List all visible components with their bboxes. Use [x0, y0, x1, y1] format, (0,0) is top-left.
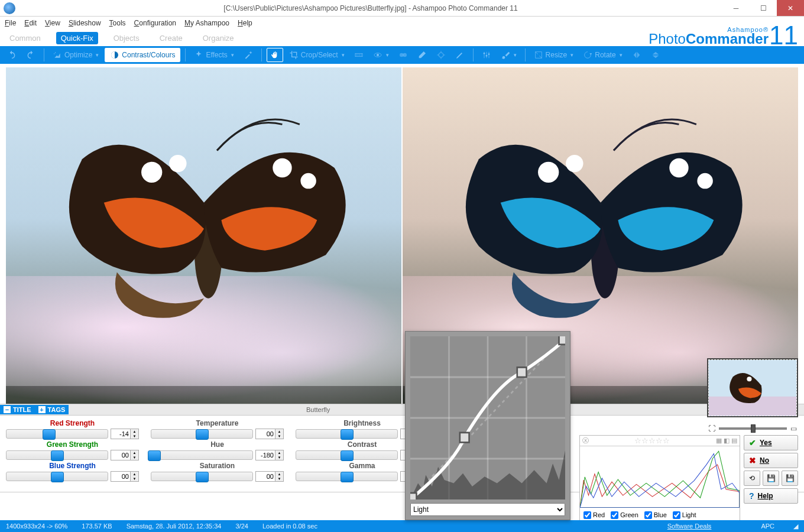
slider-value-input[interactable] [255, 450, 275, 460]
apply-yes-button[interactable]: ✔Yes [744, 435, 798, 450]
close-button[interactable]: ✕ [777, 0, 804, 16]
help-button[interactable]: ?Help [744, 488, 798, 504]
slider-track[interactable] [6, 429, 108, 439]
status-loadtime: Loaded in 0.08 sec [262, 523, 317, 530]
menu-help[interactable]: Help [238, 19, 252, 27]
slider-track[interactable] [6, 450, 108, 460]
brush-icon[interactable]: ▾ [497, 48, 520, 62]
histogram-blue-checkbox[interactable]: Blue [644, 511, 667, 519]
redeye-icon[interactable]: ▾ [369, 48, 393, 62]
svg-point-0 [55, 52, 56, 53]
svg-point-1 [54, 53, 54, 54]
slider-track[interactable] [151, 450, 253, 460]
flip-h-icon[interactable] [628, 48, 645, 62]
resize-button[interactable]: Resize▾ [530, 48, 578, 62]
eraser-icon[interactable] [414, 48, 430, 62]
spinner-buttons[interactable]: ▲▼ [275, 450, 284, 460]
spinner-buttons[interactable]: ▲▼ [275, 471, 284, 482]
histogram-green-checkbox[interactable]: Green [611, 511, 638, 519]
effects-button[interactable]: Effects▾ [190, 48, 237, 62]
slider-label: Contrast [348, 440, 377, 449]
menu-tools[interactable]: Tools [109, 19, 126, 27]
brand-logo: Ashampoo® PhotoCommander 11 [649, 26, 797, 45]
maximize-button[interactable]: ☐ [750, 0, 777, 16]
tab-objects[interactable]: Objects [109, 32, 144, 44]
crop-select-button[interactable]: Crop/Select▾ [286, 48, 348, 62]
slider-track[interactable] [6, 472, 108, 481]
navigator-thumbnail[interactable] [708, 359, 797, 416]
svg-point-14 [169, 155, 186, 172]
statusbar: 1400x933x24 -> 60% 173.57 KB Samstag, 28… [0, 520, 804, 532]
slider-value-input[interactable] [111, 471, 131, 482]
histogram-settings-icon[interactable]: ▦ ◧ ▤ [716, 437, 737, 445]
blur-icon[interactable] [395, 48, 411, 62]
menu-my-ashampoo[interactable]: My Ashampoo [184, 19, 229, 27]
status-apc: APC [761, 523, 774, 530]
slider-track[interactable] [151, 429, 253, 439]
svg-point-9 [483, 53, 485, 54]
spinner-buttons[interactable]: ▲▼ [131, 450, 139, 460]
magic-wand-icon[interactable] [240, 48, 257, 62]
slider-track[interactable] [151, 472, 253, 481]
histogram-red-checkbox[interactable]: Red [583, 511, 605, 519]
svg-point-15 [273, 158, 291, 177]
svg-point-20 [669, 158, 688, 177]
slider-value-input[interactable] [255, 429, 275, 439]
rotate-button[interactable]: Rotate▾ [579, 48, 625, 62]
slider-track[interactable] [296, 429, 398, 439]
software-deals-link[interactable]: Software Deals [667, 523, 712, 530]
menu-file[interactable]: File [5, 19, 16, 27]
levels-icon[interactable] [478, 48, 495, 62]
slider-blue-strength: Blue Strength ▲▼ [6, 462, 139, 482]
svg-point-13 [141, 162, 162, 183]
menu-configuration[interactable]: Configuration [134, 19, 176, 27]
slider-value-input[interactable] [255, 471, 275, 482]
histogram-light-checkbox[interactable]: Light [673, 511, 696, 519]
minimize-button[interactable]: ─ [722, 0, 750, 16]
slider-temperature: Temperature ▲▼ [151, 419, 284, 439]
cancel-no-button[interactable]: ✖No [744, 453, 798, 468]
reset-button[interactable]: ⟲ [744, 471, 760, 486]
slider-label: Brightness [343, 419, 381, 427]
zoom-slider[interactable]: ⛶ ▭ [708, 423, 797, 434]
optimize-button[interactable]: Optimize▾ [49, 48, 102, 62]
straighten-icon[interactable] [351, 48, 367, 62]
clone-icon[interactable] [433, 48, 449, 62]
zoom-fit-icon[interactable]: ▭ [790, 424, 797, 433]
tab-organize[interactable]: Organize [198, 32, 239, 44]
close-histogram-icon[interactable]: ⓧ [582, 436, 589, 445]
save-as-button[interactable]: 💾 [782, 471, 798, 486]
spinner-buttons[interactable]: ▲▼ [131, 429, 139, 439]
curves-panel[interactable]: Light [405, 331, 570, 520]
tab-common[interactable]: Common [5, 32, 46, 44]
tags-chip[interactable]: +TAGS [35, 405, 69, 414]
redo-button[interactable] [22, 48, 39, 62]
curves-channel-select[interactable]: Light [410, 503, 565, 516]
menu-slideshow[interactable]: Slideshow [69, 19, 101, 27]
before-pane[interactable] [6, 67, 401, 404]
fullscreen-icon[interactable]: ⛶ [708, 424, 715, 433]
spinner-buttons[interactable]: ▲▼ [275, 429, 284, 439]
svg-point-11 [488, 53, 489, 55]
menu-edit[interactable]: Edit [24, 19, 37, 27]
spinner-buttons[interactable]: ▲▼ [131, 471, 139, 482]
rating-stars[interactable]: ☆☆☆☆☆ [634, 436, 670, 445]
titlebar: [C:\Users\Public\Pictures\Ashampoo Pictu… [0, 0, 804, 17]
svg-point-18 [538, 162, 559, 183]
pan-hand-button[interactable] [267, 48, 283, 62]
svg-point-5 [377, 54, 379, 56]
contrast-colours-button[interactable]: Contrast/Colours [105, 48, 180, 62]
slider-track[interactable] [296, 472, 398, 481]
undo-button[interactable] [4, 48, 20, 62]
flip-v-icon[interactable] [647, 48, 664, 62]
slider-track[interactable] [296, 450, 398, 460]
title-chip[interactable]: −TITLE [0, 405, 35, 414]
resize-grip-icon[interactable]: ◢ [793, 523, 798, 530]
pen-icon[interactable] [452, 48, 468, 62]
tab-create[interactable]: Create [155, 32, 187, 44]
slider-value-input[interactable] [111, 429, 131, 439]
tab-quick-fix[interactable]: Quick-Fix [56, 32, 98, 44]
menu-view[interactable]: View [45, 19, 60, 27]
slider-value-input[interactable] [111, 450, 131, 460]
save-button[interactable]: 💾 [763, 471, 779, 486]
